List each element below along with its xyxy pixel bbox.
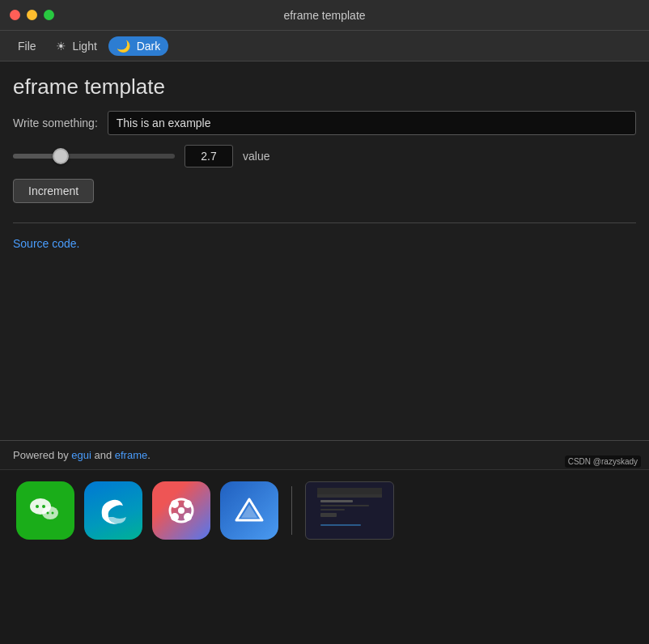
baidu-icon [163, 493, 199, 528]
write-label: Write something: [13, 117, 98, 129]
footer-text-after: . [147, 449, 151, 461]
svg-point-5 [52, 511, 54, 514]
increment-button[interactable]: Increment [13, 179, 94, 203]
slider-value-display: 2.7 [185, 145, 233, 167]
value-slider[interactable] [13, 154, 175, 159]
maximize-button[interactable] [44, 10, 54, 20]
footer-text-between: and [91, 449, 115, 461]
titlebar-title: eframe template [283, 9, 365, 22]
menubar: File ☀ Light 🌙 Dark [0, 31, 649, 61]
sun-icon: ☀ [56, 40, 70, 53]
menu-item-file[interactable]: File [10, 36, 45, 56]
svg-point-7 [171, 500, 179, 508]
egui-link[interactable]: egui [71, 449, 91, 461]
svg-point-10 [184, 513, 192, 521]
svg-point-9 [171, 513, 179, 521]
value-label: value [243, 150, 269, 163]
dock-item-edge[interactable] [84, 481, 142, 540]
wechat-icon [28, 493, 63, 528]
csdn-watermark: CSDN @razyskady [565, 455, 641, 468]
svg-point-3 [42, 506, 58, 519]
window-controls [10, 10, 54, 20]
svg-rect-16 [317, 494, 382, 498]
svg-rect-18 [320, 505, 369, 506]
footer: Powered by egui and eframe. [0, 440, 649, 469]
divider [13, 222, 636, 223]
eframe-link[interactable]: eframe [115, 449, 147, 461]
close-button[interactable] [10, 10, 20, 20]
slider-row: 2.7 value [13, 145, 636, 167]
svg-point-11 [178, 507, 185, 514]
minimize-button[interactable] [27, 10, 37, 20]
svg-rect-19 [320, 509, 345, 511]
app-window: eframe template File ☀ Light 🌙 Dark efra… [0, 0, 649, 550]
svg-rect-21 [320, 524, 361, 526]
menu-item-dark[interactable]: 🌙 Dark [108, 36, 168, 56]
dock-item-tor[interactable] [220, 481, 278, 540]
dock-divider [291, 486, 292, 535]
source-code-link[interactable]: Source code. [13, 237, 80, 250]
dock [0, 469, 649, 550]
moon-icon: 🌙 [117, 40, 134, 53]
dark-label: Dark [137, 40, 161, 53]
edge-icon [95, 493, 131, 528]
svg-point-8 [184, 500, 192, 508]
write-input[interactable] [108, 111, 636, 135]
svg-rect-20 [320, 513, 337, 517]
screenshot-thumbnail-icon [317, 488, 382, 532]
svg-point-4 [47, 511, 49, 514]
titlebar: eframe template [0, 0, 649, 31]
svg-point-1 [36, 505, 39, 508]
svg-point-2 [42, 505, 45, 508]
app-title: eframe template [13, 74, 636, 100]
dock-item-screenshot[interactable] [305, 481, 394, 540]
svg-rect-15 [317, 488, 382, 494]
footer-text-before: Powered by [13, 449, 71, 461]
menu-item-light[interactable]: ☀ Light [48, 36, 105, 56]
tor-icon [231, 493, 267, 528]
svg-rect-17 [320, 500, 353, 502]
dock-item-baidu[interactable] [152, 481, 210, 540]
dock-item-wechat[interactable] [16, 481, 74, 540]
write-form-row: Write something: [13, 111, 636, 135]
light-label: Light [72, 40, 96, 53]
file-label: File [18, 40, 36, 53]
